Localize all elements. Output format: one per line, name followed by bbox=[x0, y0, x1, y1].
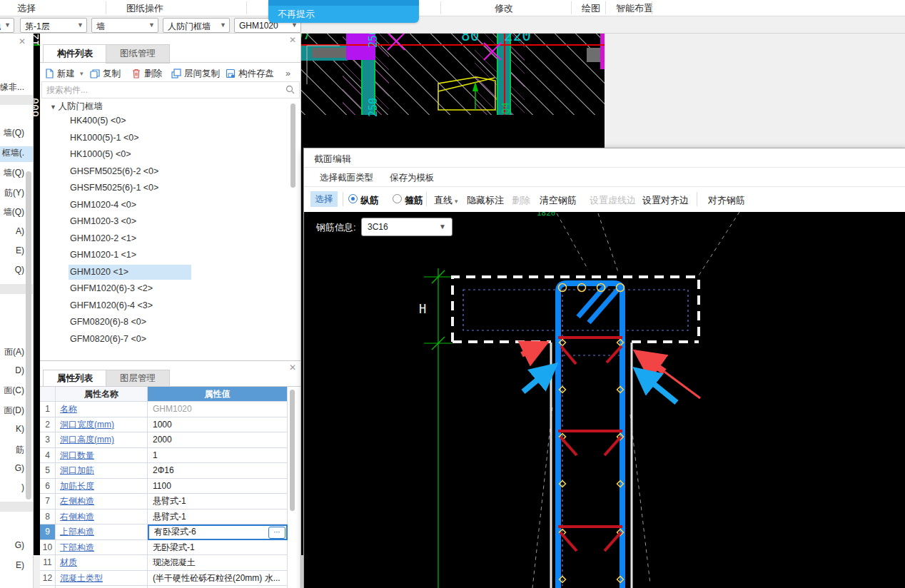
floor-dropdown[interactable]: 第-1层▼ bbox=[20, 18, 87, 33]
stirrup-radio[interactable] bbox=[393, 194, 402, 203]
nav-strip-item[interactable]: 面(D) bbox=[4, 405, 24, 417]
tree-group-header[interactable]: ▼ 人防门框墙 bbox=[50, 101, 103, 113]
nav-strip-item[interactable]: A) bbox=[16, 226, 24, 236]
delete-button[interactable]: 删除 bbox=[131, 66, 162, 81]
property-value[interactable]: 现浇混凝土 bbox=[148, 555, 288, 571]
tab-property-list[interactable]: 属性列表 bbox=[43, 370, 107, 387]
ellipsis-button[interactable]: ⋯ bbox=[268, 527, 285, 539]
nav-strip-item[interactable]: 缘非... bbox=[0, 81, 24, 93]
longitudinal-rebar-radio[interactable] bbox=[348, 194, 358, 203]
menu-item-4[interactable]: 智能布置 bbox=[616, 2, 653, 15]
nav-strip-item[interactable]: 墙(Q) bbox=[4, 127, 24, 139]
tree-item[interactable]: HK1000(5) <0> bbox=[70, 149, 131, 159]
nav-strip-item[interactable]: E) bbox=[16, 245, 24, 255]
nav-strip-item[interactable]: ) bbox=[21, 482, 24, 492]
copy-button[interactable]: 复制 bbox=[90, 66, 121, 81]
tab-drawing-management[interactable]: 图纸管理 bbox=[106, 44, 170, 64]
rebar-info-dropdown[interactable]: 3C16 ▼ bbox=[361, 218, 452, 236]
property-value[interactable]: 无卧梁式-1 bbox=[148, 540, 288, 556]
nav-strip-item[interactable]: K) bbox=[16, 424, 24, 434]
copy-between-floors-button[interactable]: 层间复制 bbox=[171, 66, 220, 81]
tree-expand-icon[interactable]: ▼ bbox=[50, 103, 58, 111]
nav-strip-item[interactable]: G) bbox=[15, 540, 24, 550]
close-icon[interactable]: ✕ bbox=[289, 363, 296, 372]
nav-strip-item[interactable]: 框墙(. bbox=[2, 147, 24, 159]
menu-item-0[interactable]: 选择 bbox=[17, 2, 36, 15]
toast-notification[interactable]: 不再提示 bbox=[268, 0, 419, 23]
subtype-dropdown[interactable]: 人防门框墙▼ bbox=[163, 18, 230, 33]
search-input[interactable] bbox=[45, 83, 283, 97]
category-dropdown[interactable]: 墙▼ bbox=[91, 18, 158, 33]
menu-item-2[interactable]: 修改 bbox=[495, 2, 513, 15]
tree-item[interactable]: GHSFM5025(6)-1 <0> bbox=[70, 183, 158, 193]
save-component-button[interactable]: 构件存盘 bbox=[226, 66, 274, 81]
nav-strip-item[interactable]: 面(A) bbox=[4, 346, 24, 358]
clear-rebar-button[interactable]: 清空钢筋 bbox=[540, 194, 577, 207]
tree-item[interactable]: GHFM1020(6)-3 <2> bbox=[70, 283, 153, 293]
nav-scrollbar[interactable] bbox=[26, 171, 31, 500]
property-name[interactable]: 洞口数量 bbox=[56, 448, 148, 464]
nav-strip-item[interactable]: 筋(Y) bbox=[4, 187, 24, 199]
nav-strip-item[interactable]: 面(C) bbox=[4, 385, 24, 397]
property-value[interactable]: 2000 bbox=[148, 432, 288, 448]
menu-select-section-type[interactable]: 选择截面类型 bbox=[320, 172, 373, 184]
property-name[interactable]: 混凝土类型 bbox=[56, 571, 148, 587]
property-name[interactable]: 材质 bbox=[56, 555, 148, 571]
property-name[interactable]: 洞口高度(mm) bbox=[56, 432, 148, 448]
nav-strip-item[interactable]: 筋 bbox=[16, 444, 24, 456]
tree-item[interactable]: GHM1020 <1> bbox=[70, 267, 128, 277]
tab-layer-management[interactable]: 图层管理 bbox=[106, 370, 170, 387]
property-value[interactable]: 1100 bbox=[148, 479, 288, 495]
property-name[interactable]: 左侧构造 bbox=[56, 494, 148, 510]
tree-item[interactable]: GHFM1020(6)-4 <3> bbox=[70, 300, 153, 310]
property-scrollbar[interactable] bbox=[290, 390, 295, 511]
property-value[interactable]: 悬臂式-1 bbox=[148, 510, 288, 525]
dialog-title-bar[interactable]: 截面编辑 bbox=[304, 148, 905, 168]
property-name[interactable]: 洞口宽度(mm) bbox=[56, 417, 148, 433]
property-name[interactable]: 下部构造 bbox=[56, 540, 148, 556]
tree-item[interactable]: GHM1020-3 <0> bbox=[70, 216, 136, 226]
nav-strip-item[interactable]: 墙(Q) bbox=[4, 167, 24, 179]
nav-strip-item[interactable]: E) bbox=[16, 560, 24, 570]
nav-strip-item[interactable]: D) bbox=[15, 365, 24, 375]
nav-strip-item[interactable]: G) bbox=[15, 463, 24, 473]
tree-item[interactable]: GHM1020-1 <1> bbox=[70, 250, 136, 260]
tree-item[interactable]: GHSFM5025(6)-2 <0> bbox=[70, 166, 158, 176]
more-tools-button[interactable]: » bbox=[285, 66, 290, 81]
property-value[interactable]: (半干硬性砼砾石粒径(20mm) 水... bbox=[148, 571, 288, 587]
nav-strip-item[interactable]: 墙(Q) bbox=[4, 206, 24, 218]
select-tool-button[interactable]: 选择 bbox=[310, 191, 338, 207]
property-value[interactable]: GHM1020 bbox=[148, 402, 288, 417]
new-button[interactable]: 新建▾ bbox=[44, 66, 84, 81]
close-icon[interactable]: ✕ bbox=[19, 37, 26, 46]
align-rebar-button[interactable]: 对齐钢筋 bbox=[708, 194, 745, 207]
tree-item[interactable]: GFM0820(6)-8 <0> bbox=[70, 317, 146, 327]
section-canvas[interactable]: 1820 bbox=[304, 212, 905, 588]
property-name[interactable]: 名称 bbox=[56, 402, 148, 417]
nav-strip-item[interactable]: Q) bbox=[15, 265, 24, 275]
property-value[interactable]: 2Φ16 bbox=[148, 463, 288, 479]
property-value[interactable]: 悬臂式-1 bbox=[148, 494, 288, 510]
property-name[interactable]: 洞口加筋 bbox=[56, 463, 148, 479]
property-name[interactable]: 上部构造 bbox=[56, 524, 148, 540]
close-icon[interactable]: ✕ bbox=[289, 36, 296, 44]
menu-save-as-template[interactable]: 保存为模板 bbox=[390, 172, 435, 184]
tree-item[interactable]: GHM1020-2 <1> bbox=[70, 233, 136, 243]
tree-scrollbar[interactable] bbox=[290, 103, 295, 188]
property-value[interactable]: 1000 bbox=[148, 417, 288, 433]
property-value[interactable]: 有卧梁式-6 bbox=[148, 524, 288, 540]
tree-item[interactable]: GFM0820(6)-7 <0> bbox=[70, 334, 146, 344]
property-name[interactable]: 右侧构造 bbox=[56, 510, 148, 525]
menu-item-3[interactable]: 绘图 bbox=[582, 2, 600, 15]
line-tool-button[interactable]: 直线▾ bbox=[434, 194, 458, 207]
set-align-edge-button[interactable]: 设置对齐边 bbox=[642, 194, 689, 207]
tab-component-list[interactable]: 构件列表 bbox=[43, 44, 107, 64]
tree-item[interactable]: HK400(5) <0> bbox=[70, 116, 126, 126]
property-name[interactable]: 加筋长度 bbox=[56, 479, 148, 495]
dropdown-clipped[interactable]: 地▼ bbox=[0, 18, 14, 33]
property-value[interactable]: 1 bbox=[148, 448, 288, 464]
hide-annotation-button[interactable]: 隐藏标注 bbox=[467, 194, 504, 207]
tree-item[interactable]: GHM1020-4 <0> bbox=[70, 200, 136, 210]
menu-item-1[interactable]: 图纸操作 bbox=[126, 2, 163, 15]
tree-item[interactable]: HK1000(5)-1 <0> bbox=[70, 133, 139, 143]
